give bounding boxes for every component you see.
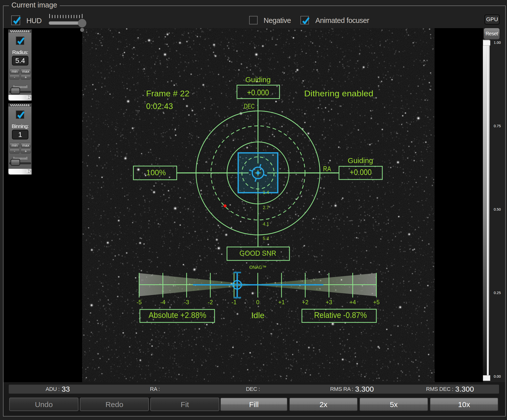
svg-text:+0.000: +0.000 xyxy=(350,168,372,177)
svg-text:-4: -4 xyxy=(160,299,166,305)
svg-text:5.4: 5.4 xyxy=(263,236,269,241)
svg-text:Absolute +2.88%: Absolute +2.88% xyxy=(149,310,206,320)
svg-text:+3: +3 xyxy=(326,299,332,305)
svg-text:-5: -5 xyxy=(137,299,142,305)
svg-text:ONAG™: ONAG™ xyxy=(249,265,267,270)
svg-text:+1: +1 xyxy=(278,299,285,305)
svg-text:-3: -3 xyxy=(184,299,189,305)
svg-text:DEC: DEC xyxy=(244,103,255,110)
svg-text:GOOD SNR: GOOD SNR xyxy=(239,249,276,257)
svg-text:+4: +4 xyxy=(349,299,356,305)
svg-text:0: 0 xyxy=(256,299,259,305)
svg-text:1.4: 1.4 xyxy=(263,190,269,195)
svg-text:+2: +2 xyxy=(302,299,308,305)
svg-text:RA: RA xyxy=(323,165,331,173)
svg-text:Guiding: Guiding xyxy=(348,157,373,165)
svg-text:-1: -1 xyxy=(231,299,236,305)
svg-text:0:02:43: 0:02:43 xyxy=(146,102,173,111)
svg-text:+5: +5 xyxy=(373,299,380,305)
svg-text:4.1: 4.1 xyxy=(263,222,269,227)
svg-text:2.7: 2.7 xyxy=(263,205,269,210)
svg-text:-2: -2 xyxy=(208,299,213,305)
svg-text:100%: 100% xyxy=(146,168,166,177)
svg-text:Guiding: Guiding xyxy=(245,76,271,84)
svg-text:Frame # 22: Frame # 22 xyxy=(146,89,189,98)
svg-text:+0.000: +0.000 xyxy=(247,88,269,97)
svg-text:Relative -0.87%: Relative -0.87% xyxy=(314,310,367,320)
svg-text:Idle: Idle xyxy=(251,311,264,320)
svg-text:Dithering enabled: Dithering enabled xyxy=(304,89,373,98)
